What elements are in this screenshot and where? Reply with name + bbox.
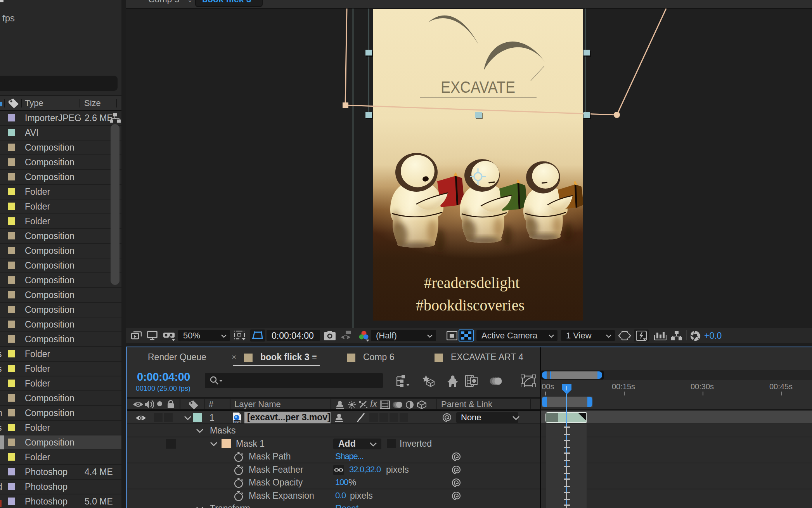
svg-text:MOV: MOV [234, 421, 240, 423]
